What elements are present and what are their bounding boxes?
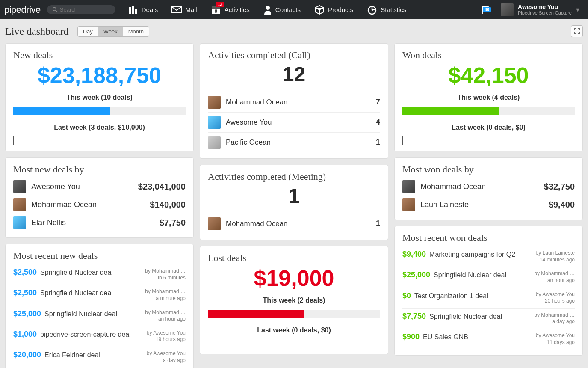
deal-amount: $0: [402, 291, 411, 300]
card-new-deals: New deals $23,188,750 This week (10 deal…: [5, 43, 194, 151]
chevron-down-icon: ▾: [576, 6, 579, 14]
subheader: Live dashboard Day Week Month: [0, 19, 588, 43]
user-sub: Pipedrive Screen Capture: [518, 10, 572, 16]
card-activities-call: Activities completed (Call) 12 Mohammad …: [200, 43, 388, 159]
lost-deals-thisweek: This week (2 deals): [208, 297, 380, 304]
deal-by: by Mohammad …: [134, 268, 186, 275]
nav-products[interactable]: Products: [307, 0, 360, 19]
rank-row[interactable]: Mohammad Ocean$140,000: [13, 196, 186, 214]
deal-name: Springfield Nuclear deal: [434, 271, 506, 279]
person-row[interactable]: Mohammad Ocean1: [208, 214, 380, 234]
deal-when: 14 minutes ago: [523, 257, 575, 264]
won-deals-thisweek: This week (4 deals): [402, 94, 575, 101]
rank-row[interactable]: Mohammad Ocean$32,750: [402, 178, 575, 196]
topbar: pipedrive Deals Mail 9 13 Activities: [0, 0, 588, 19]
rank-list: Awesome You$23,041,000Mohammad Ocean$140…: [13, 178, 186, 231]
deal-when: a minute ago: [134, 295, 186, 302]
timeframe-toggle: Day Week Month: [77, 26, 149, 37]
deal-amount: $25,000: [13, 309, 41, 318]
card-title: Activities completed (Meeting): [208, 171, 380, 182]
deal-row[interactable]: $0Test Organization 1 dealby Awesome You…: [402, 288, 575, 308]
avatar: [13, 198, 26, 211]
deal-row[interactable]: $2,500Springfield Nuclear dealby Mohamma…: [13, 264, 186, 285]
fullscreen-button[interactable]: [571, 25, 583, 37]
card-recent-won-deals: Most recent won deals $9,400Marketing ca…: [394, 226, 583, 356]
deal-amount: $9,400: [402, 250, 426, 259]
svg-point-0: [53, 8, 56, 11]
rank-row[interactable]: Elar Nellis$7,750: [13, 214, 186, 231]
page-title: Live dashboard: [5, 26, 69, 37]
deal-row[interactable]: $7,750Springfield Nuclear dealby Mohamma…: [402, 308, 575, 329]
person-list: Mohammad Ocean1: [208, 214, 380, 234]
deal-row[interactable]: $900EU Sales GNBby Awesome You11 days ag…: [402, 329, 575, 349]
deal-row[interactable]: $25,000Springfield Nuclear dealby Mohamm…: [402, 267, 575, 287]
card-most-won-deals-by: Most won deals by Mohammad Ocean$32,750L…: [394, 157, 583, 220]
deal-when: 19 hours ago: [134, 336, 186, 343]
deal-list: $9,400Marketing campaigns for Q2by Lauri…: [402, 246, 575, 349]
brand-logo[interactable]: pipedrive: [4, 4, 41, 15]
deal-when: in 6 minutes: [134, 275, 186, 282]
deal-by: by Lauri Laineste: [523, 250, 575, 257]
person-value: 1: [376, 138, 380, 147]
deal-name: Springfield Nuclear deal: [429, 313, 502, 321]
deal-row[interactable]: $25,000Springfield Nuclear dealby Mohamm…: [13, 306, 186, 326]
deal-amount: $20,000: [13, 350, 41, 359]
search-input[interactable]: [60, 6, 110, 13]
meeting-count: 1: [208, 185, 380, 208]
person-row[interactable]: Pacific Ocean1: [208, 132, 380, 152]
deal-name: Springfield Nuclear deal: [40, 269, 113, 276]
person-name: Awesome You: [31, 182, 138, 191]
deal-row[interactable]: $2,500Springfield Nuclear dealby Mohamma…: [13, 285, 186, 305]
deal-name: Test Organization 1 deal: [414, 292, 488, 300]
deal-amount: $7,750: [402, 312, 426, 321]
dashboard-grid: New deals $23,188,750 This week (10 deal…: [0, 43, 588, 368]
person-row[interactable]: Mohammad Ocean7: [208, 92, 380, 112]
deal-when: 11 days ago: [523, 339, 575, 346]
person-name: Mohammad Ocean: [31, 200, 150, 209]
user-menu[interactable]: Awesome You Pipedrive Screen Capture ▾: [496, 3, 584, 16]
deal-row[interactable]: $1,000pipedrive-screen-capture dealby Aw…: [13, 326, 186, 347]
rank-row[interactable]: Lauri Laineste$9,400: [402, 196, 575, 214]
nav-contacts[interactable]: Contacts: [257, 0, 307, 19]
person-name: Mohammad Ocean: [226, 220, 376, 228]
svg-text:9: 9: [215, 9, 217, 14]
card-recent-new-deals: Most recent new deals $2,500Springfield …: [5, 244, 194, 368]
nav-activities[interactable]: 9 13 Activities: [204, 0, 257, 19]
contacts-icon: [263, 5, 272, 15]
person-name: Lauri Laineste: [420, 200, 549, 209]
svg-rect-3: [132, 6, 134, 14]
toggle-week[interactable]: Week: [98, 27, 123, 36]
toggle-month[interactable]: Month: [123, 27, 149, 36]
won-deals-amount: $42,150: [402, 63, 575, 88]
person-list: Mohammad Ocean7Awesome You4Pacific Ocean…: [208, 92, 380, 152]
card-title: Most recent won deals: [402, 232, 575, 243]
svg-rect-2: [129, 7, 131, 14]
person-value: $7,750: [160, 218, 186, 228]
search-box[interactable]: [47, 5, 115, 14]
nav-deals[interactable]: Deals: [122, 0, 165, 19]
deal-row[interactable]: $20,000Erica Feidner dealby Awesome Youa…: [13, 347, 186, 367]
person-name: Mohammad Ocean: [226, 98, 376, 107]
card-most-new-deals-by: Most new deals by Awesome You$23,041,000…: [5, 157, 194, 238]
deal-when: an hour ago: [523, 277, 575, 284]
deal-name: Erica Feidner deal: [44, 351, 100, 359]
won-deals-lastweek: Last week (0 deals, $0): [402, 124, 575, 131]
avatar: [208, 217, 221, 230]
nav-statistics[interactable]: Statistics: [360, 0, 413, 19]
deal-row[interactable]: $9,400Marketing campaigns for Q2by Lauri…: [402, 246, 575, 267]
nav-mail[interactable]: Mail: [165, 0, 204, 19]
deal-amount: $2,500: [13, 268, 37, 277]
rank-list: Mohammad Ocean$32,750Lauri Laineste$9,40…: [402, 178, 575, 214]
card-title: Lost deals: [208, 252, 380, 264]
svg-line-1: [56, 10, 57, 12]
person-name: Awesome You: [226, 118, 376, 127]
person-name: Mohammad Ocean: [420, 182, 544, 191]
person-row[interactable]: Awesome You4: [208, 112, 380, 132]
toggle-day[interactable]: Day: [78, 27, 98, 36]
deal-by: by Awesome You: [523, 332, 575, 339]
notifications-flag[interactable]: 30: [474, 5, 496, 15]
deal-by: by Mohammad …: [523, 312, 575, 319]
person-value: $140,000: [150, 200, 186, 210]
card-title: New deals: [13, 50, 186, 61]
rank-row[interactable]: Awesome You$23,041,000: [13, 178, 186, 196]
